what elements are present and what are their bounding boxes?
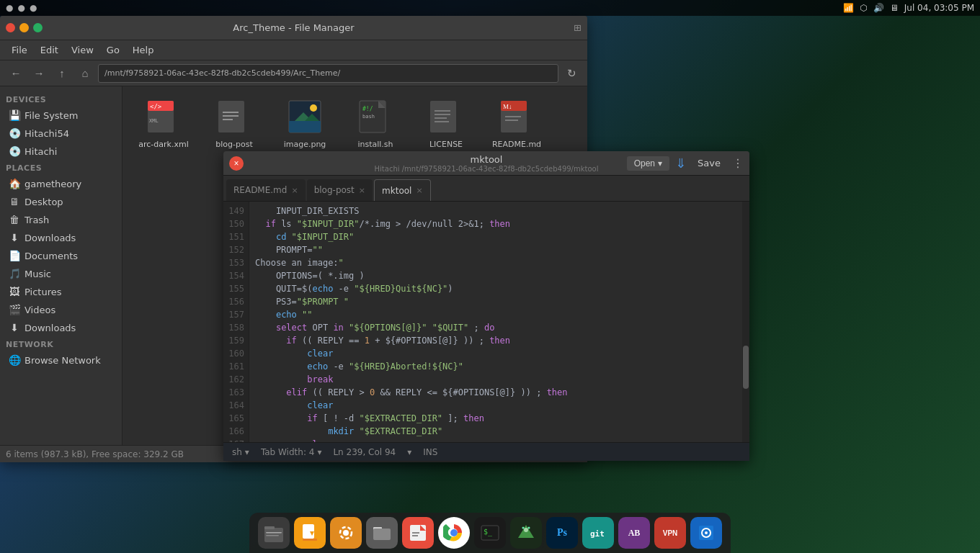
- te-tab-mktool[interactable]: mktool ×: [374, 179, 431, 201]
- wifi-icon: 📶: [843, 3, 854, 13]
- code-line-161: echo -e "${HRED}Aborted!${NC}": [255, 360, 736, 373]
- svg-text:bash: bash: [362, 114, 375, 120]
- file-name-blog-post: blog-post: [215, 140, 252, 149]
- te-import-icon[interactable]: ⇓: [675, 156, 686, 171]
- te-tab-blog-post-label: blog-post: [314, 185, 355, 195]
- te-status-mode-dropdown[interactable]: ▾: [407, 447, 411, 457]
- te-tab-mktool-label: mktool: [382, 186, 411, 196]
- te-line-numbers: 149 150 151 152 153 154 155 156 157 158 …: [223, 202, 249, 442]
- sidebar-item-home[interactable]: 🏠 gametheory: [3, 175, 119, 192]
- file-arc-dark-xml[interactable]: </> XML arc-dark.xml: [131, 95, 196, 153]
- fm-menu-edit[interactable]: Edit: [35, 43, 64, 57]
- te-scrollbar-thumb[interactable]: [743, 346, 749, 389]
- te-tab-mktool-close[interactable]: ×: [416, 186, 422, 195]
- dock-icon-settings[interactable]: [330, 517, 362, 549]
- code-line-153: Choose an image:": [255, 256, 736, 269]
- dock-icon-gitkraken[interactable]: git: [582, 517, 614, 549]
- svg-rect-4: [218, 101, 244, 132]
- dock-icon-virtualbox[interactable]: [690, 517, 722, 549]
- te-tab-readme-close[interactable]: ×: [291, 186, 298, 195]
- fm-status-text: 6 items (987.3 kB), Free space: 329.2 GB: [6, 449, 184, 459]
- te-statusbar: sh ▾ Tab Width: 4 ▾ Ln 239, Col 94 ▾ INS: [223, 442, 749, 461]
- sidebar-item-browse-network[interactable]: 🌐 Browse Network: [3, 351, 119, 369]
- hitachi54-icon: 💿: [9, 127, 20, 139]
- svg-text:$_: $_: [484, 528, 493, 536]
- file-install-sh[interactable]: #!/ bash install.sh: [343, 95, 408, 153]
- sidebar-item-videos[interactable]: 🎬 Videos: [3, 301, 119, 318]
- te-tab-readme-label: README.md: [233, 185, 287, 195]
- fm-minimize-btn[interactable]: [19, 23, 29, 32]
- te-open-chevron: ▾: [658, 158, 662, 168]
- dock-icon-files[interactable]: [258, 517, 290, 549]
- fm-home-button[interactable]: ⌂: [75, 63, 95, 84]
- code-line-149: INPUT_DIR_EXISTS: [255, 204, 736, 217]
- videos-icon: 🎬: [9, 304, 20, 315]
- svg-point-45: [450, 529, 458, 536]
- fm-menu-file[interactable]: File: [6, 43, 33, 57]
- home-icon: 🏠: [9, 178, 20, 189]
- svg-rect-19: [430, 101, 456, 132]
- svg-rect-32: [266, 535, 279, 536]
- fm-window-controls: [6, 23, 43, 32]
- sidebar-item-desktop[interactable]: 🖥 Desktop: [3, 193, 119, 210]
- file-readme-md[interactable]: M↓ README.md: [484, 95, 549, 153]
- file-icon-license: [427, 99, 465, 137]
- sidebar-item-filesystem[interactable]: 💾 File System: [3, 107, 119, 124]
- text-editor-window: × mktool Hitachi /mnt/f9758921-06ac-43ec…: [223, 151, 749, 461]
- te-more-btn[interactable]: ⋮: [732, 156, 744, 170]
- te-scrollbar[interactable]: [742, 202, 749, 442]
- sidebar-item-hitachi54[interactable]: 💿 Hitachi54: [3, 125, 119, 142]
- fm-forward-button[interactable]: →: [29, 63, 49, 84]
- te-close-btn[interactable]: ×: [229, 156, 244, 171]
- dock-icon-chrome[interactable]: [438, 517, 470, 549]
- file-blog-post[interactable]: blog-post: [202, 95, 267, 153]
- fm-maximize-btn[interactable]: [33, 23, 43, 32]
- dock-icon-vpn[interactable]: VPN: [654, 517, 686, 549]
- sidebar-item-documents[interactable]: 📄 Documents: [3, 247, 119, 264]
- code-line-151: cd "$INPUT_DIR": [255, 230, 736, 243]
- dock-icon-typora[interactable]: AB: [618, 517, 650, 549]
- te-tab-blog-post-close[interactable]: ×: [359, 186, 365, 195]
- fm-menu-view[interactable]: View: [66, 43, 99, 57]
- fm-refresh-button[interactable]: ↻: [561, 63, 582, 84]
- svg-text:M↓: M↓: [503, 103, 512, 110]
- dock-icon-terminal[interactable]: $_: [474, 517, 506, 549]
- te-tab-blog-post[interactable]: blog-post ×: [307, 179, 373, 201]
- svg-point-36: [343, 530, 349, 536]
- sidebar-item-hitachi[interactable]: 💿 Hitachi: [3, 143, 119, 160]
- fm-menu-go[interactable]: Go: [101, 43, 125, 57]
- documents-icon: 📄: [9, 250, 20, 261]
- dock-icon-sticky-notes[interactable]: [402, 517, 434, 549]
- te-status-tab-width[interactable]: Tab Width: 4 ▾: [261, 447, 322, 457]
- top-bar-left: ● ● ●: [6, 3, 37, 13]
- te-tab-readme[interactable]: README.md ×: [226, 179, 306, 201]
- dock-icon-photoshop[interactable]: Ps: [546, 517, 578, 549]
- file-license[interactable]: LICENSE: [414, 95, 478, 153]
- fm-menu-help[interactable]: Help: [127, 43, 160, 57]
- sidebar-item-downloads-2[interactable]: ⬇ Downloads: [3, 319, 119, 336]
- fm-up-button[interactable]: ↑: [52, 63, 72, 84]
- sidebar-item-downloads-1[interactable]: ⬇ Downloads: [3, 229, 119, 246]
- sidebar-item-trash[interactable]: 🗑 Trash: [3, 211, 119, 228]
- te-code-content[interactable]: INPUT_DIR_EXISTS if ls "$INPUT_DIR"/*.im…: [249, 202, 742, 442]
- svg-point-13: [310, 104, 317, 112]
- file-name-license: LICENSE: [429, 140, 463, 149]
- fm-close-btn[interactable]: [6, 23, 15, 32]
- file-icon-readme: M↓: [498, 99, 535, 137]
- dock-icon-android-studio[interactable]: [510, 517, 542, 549]
- te-save-btn[interactable]: Save: [692, 156, 726, 171]
- fm-address-bar[interactable]: /mnt/f9758921-06ac-43ec-82f8-db2c5cdeb49…: [98, 64, 558, 83]
- dock-icon-download-manager[interactable]: [294, 517, 326, 549]
- te-header-actions: Open ▾ ⇓ Save ⋮: [627, 156, 744, 171]
- svg-point-48: [524, 528, 528, 532]
- fm-path-text: /mnt/f9758921-06ac-43ec-82f8-db2c5cdeb49…: [104, 68, 340, 78]
- file-image-png[interactable]: image.png: [272, 95, 337, 153]
- te-open-btn[interactable]: Open ▾: [627, 156, 669, 171]
- sidebar-item-music[interactable]: 🎵 Music: [3, 265, 119, 282]
- dock-icon-file-manager[interactable]: [366, 517, 398, 549]
- sidebar-item-pictures[interactable]: 🖼 Pictures: [3, 283, 119, 300]
- sidebar-browse-network-label: Browse Network: [24, 355, 101, 366]
- fm-back-button[interactable]: ←: [6, 63, 26, 84]
- te-status-language[interactable]: sh ▾: [232, 447, 249, 457]
- sidebar-hitachi-label: Hitachi: [24, 146, 57, 157]
